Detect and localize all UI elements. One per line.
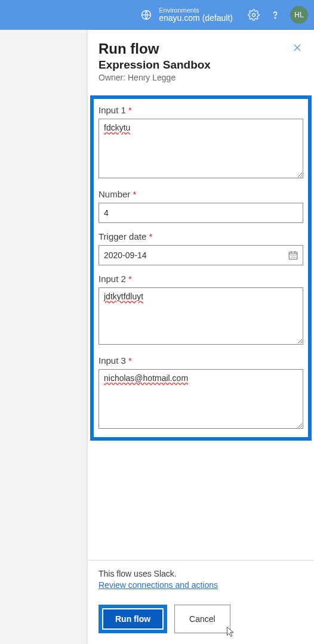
- flow-uses-text: This flow uses Slack.: [98, 569, 303, 578]
- svg-point-2: [275, 17, 275, 18]
- textarea-input-1[interactable]: [98, 119, 303, 178]
- label-input-1: Input 1 *: [98, 105, 303, 115]
- environment-label: Environments: [159, 7, 233, 14]
- calendar-icon[interactable]: [288, 250, 298, 261]
- gear-icon[interactable]: [247, 8, 260, 21]
- field-trigger-date: Trigger date *: [98, 231, 303, 265]
- flow-owner: Owner: Henry Legge: [98, 73, 302, 82]
- label-input-3: Input 3 *: [98, 355, 303, 366]
- textarea-input-2[interactable]: [98, 287, 303, 345]
- label-number: Number *: [98, 189, 303, 199]
- globe-icon: [140, 8, 153, 21]
- panel-footer: This flow uses Slack. Review connections…: [88, 560, 314, 644]
- environment-name: enayu.com (default): [159, 14, 233, 23]
- cancel-button[interactable]: Cancel: [174, 605, 230, 633]
- environment-label-block: Environments enayu.com (default): [159, 7, 233, 23]
- run-flow-highlight: Run flow: [98, 605, 167, 633]
- environment-picker[interactable]: Environments enayu.com (default): [140, 7, 233, 23]
- review-connections-link[interactable]: Review connections and actions: [98, 580, 218, 590]
- panel-title: Run flow: [98, 41, 302, 57]
- svg-point-1: [253, 14, 255, 17]
- textarea-input-3[interactable]: [98, 369, 303, 429]
- input-number[interactable]: [98, 203, 303, 223]
- avatar[interactable]: HL: [290, 6, 308, 24]
- field-input-1: Input 1 *: [98, 105, 303, 181]
- label-input-2: Input 2 *: [98, 274, 303, 284]
- run-flow-panel: Run flow Expression Sandbox Owner: Henry…: [88, 30, 314, 644]
- panel-header: Run flow Expression Sandbox Owner: Henry…: [88, 30, 314, 89]
- label-trigger-date: Trigger date *: [98, 231, 303, 242]
- form-inputs-section: Input 1 * Number * Trigger date *: [90, 95, 312, 441]
- help-icon[interactable]: [269, 8, 282, 21]
- field-input-2: Input 2 *: [98, 274, 303, 347]
- close-icon[interactable]: [289, 39, 306, 56]
- field-number: Number *: [98, 189, 303, 223]
- input-trigger-date[interactable]: [98, 245, 303, 265]
- run-flow-button[interactable]: Run flow: [103, 609, 162, 628]
- button-row: Run flow Cancel: [98, 605, 303, 633]
- app-header: Environments enayu.com (default) HL: [0, 0, 314, 30]
- cursor-pointer-icon: [226, 626, 235, 638]
- avatar-initials: HL: [294, 11, 303, 19]
- flow-name: Expression Sandbox: [98, 58, 302, 72]
- field-input-3: Input 3 *: [98, 355, 303, 431]
